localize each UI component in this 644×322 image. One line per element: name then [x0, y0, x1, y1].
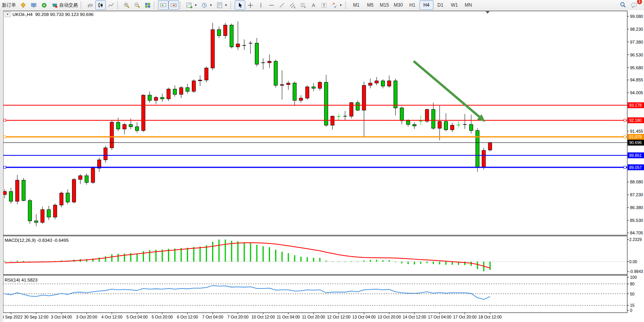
zoom-out-button[interactable]: [132, 0, 142, 10]
vertical-line-tool-button[interactable]: [256, 0, 266, 10]
svg-text:86.380: 86.380: [630, 205, 643, 210]
chart-title-row: ▼ UKOil-,H4 90.208 90.733 90.123 90.696: [5, 12, 93, 17]
new-chart-icon: [186, 2, 193, 9]
toolbar-grip: [117, 2, 121, 9]
timeframe-m1[interactable]: M1: [349, 0, 363, 10]
svg-text:E: E: [294, 6, 295, 9]
timeframe-m15[interactable]: M15: [377, 0, 391, 10]
chart-shift-button[interactable]: [168, 0, 179, 10]
svg-text:3 Oct 04:00: 3 Oct 04:00: [51, 315, 72, 319]
line-chart-mode-button[interactable]: [106, 0, 116, 10]
svg-text:88.080: 88.080: [630, 179, 643, 184]
svg-text:89.057: 89.057: [629, 165, 642, 170]
svg-text:91.455: 91.455: [630, 129, 643, 134]
arrows-icon: [331, 2, 338, 9]
timeframe-h4[interactable]: H4: [419, 0, 433, 10]
toolbar-grip: [345, 2, 349, 9]
svg-text:30 Sep 12:00: 30 Sep 12:00: [24, 315, 49, 319]
svg-text:98.230: 98.230: [630, 27, 643, 32]
arrows-tool-button[interactable]: ▼: [329, 0, 344, 10]
svg-text:95.680: 95.680: [630, 65, 643, 70]
timeframe-h1[interactable]: H1: [405, 0, 419, 10]
svg-text:A: A: [312, 2, 315, 8]
tile-windows-button[interactable]: [142, 0, 153, 10]
svg-text:18 Oct 12:00: 18 Oct 12:00: [478, 315, 502, 319]
dropdown-arrow-icon: ▼: [225, 4, 228, 7]
new-chart-button[interactable]: ▼: [184, 0, 199, 10]
tile-windows-icon: [144, 2, 151, 9]
auto-trading-button[interactable]: 自动交易: [49, 0, 80, 10]
svg-text:90.696: 90.696: [629, 140, 642, 145]
text-label-tool-button[interactable]: T: [319, 0, 329, 10]
svg-text:50: 50: [630, 292, 635, 296]
dropdown-arrow-icon: ▼: [209, 4, 212, 7]
auto-scroll-button[interactable]: [158, 0, 168, 10]
search-button[interactable]: [618, 0, 628, 10]
svg-text:29 Sep 2022: 29 Sep 2022: [0, 315, 23, 319]
zoom-out-icon: [134, 2, 140, 9]
timeframe-m30[interactable]: M30: [391, 0, 405, 10]
channel-tool-button[interactable]: E: [287, 0, 298, 10]
svg-text:5 Oct 04:00: 5 Oct 04:00: [126, 315, 147, 319]
toolbar-grip: [154, 2, 157, 9]
candle-chart-mode-button[interactable]: [95, 0, 106, 10]
svg-text:80: 80: [630, 282, 635, 286]
timeframe-mn[interactable]: MN: [462, 0, 476, 10]
svg-text:17 Oct 04:00: 17 Oct 04:00: [428, 315, 451, 319]
svg-text:87.230: 87.230: [630, 192, 643, 197]
period-button[interactable]: ▼: [199, 0, 214, 10]
svg-text:2.2329: 2.2329: [629, 237, 642, 242]
notifications-button[interactable]: 1: [628, 0, 640, 10]
svg-text:0.00: 0.00: [629, 259, 637, 264]
svg-text:F: F: [304, 6, 306, 9]
svg-text:93.178: 93.178: [629, 103, 642, 107]
templates-button[interactable]: ▼: [214, 0, 230, 10]
svg-text:6 Oct 12:00: 6 Oct 12:00: [177, 315, 198, 319]
terminal-icon: [30, 2, 37, 9]
text-label-icon: T: [321, 2, 327, 9]
toolbar-grip: [180, 2, 183, 9]
timeframe-d1[interactable]: D1: [433, 0, 447, 10]
text-tool-button[interactable]: A: [308, 0, 319, 10]
svg-text:3 Oct 20:00: 3 Oct 20:00: [76, 315, 97, 319]
bar-chart-mode-button[interactable]: [85, 0, 95, 10]
svg-text:7 Oct 20:00: 7 Oct 20:00: [227, 315, 248, 319]
svg-text:12 Oct 12:00: 12 Oct 12:00: [327, 315, 351, 319]
trendline-tool-button[interactable]: [277, 0, 287, 10]
svg-text:13 Oct 20:00: 13 Oct 20:00: [377, 315, 401, 319]
dropdown-arrow-icon: ▼: [194, 4, 197, 7]
svg-text:89.851: 89.851: [629, 153, 642, 158]
trendline-icon: [279, 2, 285, 9]
horizontal-line-icon: [268, 2, 275, 9]
crosshair-tool-button[interactable]: [245, 0, 256, 10]
svg-text:0: 0: [630, 308, 632, 313]
chart-shift-icon: [170, 2, 177, 9]
clock-icon: [201, 2, 208, 9]
cursor-tool-button[interactable]: [235, 0, 245, 10]
svg-text:11 Oct 04:00: 11 Oct 04:00: [277, 315, 300, 319]
svg-text:5 Oct 20:00: 5 Oct 20:00: [152, 315, 173, 319]
window-edge-grip[interactable]: [0, 10, 3, 322]
chart-canvas[interactable]: 99.08098.23097.38096.53095.68094.85594.0…: [0, 10, 644, 322]
svg-text:94.855: 94.855: [630, 77, 643, 82]
new-order-button[interactable]: 新订单: [0, 0, 18, 10]
equidistant-channel-icon: E: [289, 2, 296, 9]
signals-button[interactable]: [39, 0, 49, 10]
one-click-trading-caret-icon[interactable]: ▼: [5, 12, 11, 17]
bar-chart-icon: [87, 2, 93, 9]
timeframe-w1[interactable]: W1: [447, 0, 462, 10]
virtual-hosting-button[interactable]: [28, 0, 39, 10]
timeframe-m5[interactable]: M5: [363, 0, 377, 10]
new-order-label: 新订单: [2, 2, 16, 9]
template-icon: [216, 2, 223, 9]
main-toolbar: 新订单 自动交易 ▼ ▼ ▼ E F A T: [0, 0, 644, 11]
text-icon: A: [310, 2, 317, 9]
zoom-in-button[interactable]: [121, 0, 132, 10]
history-center-button[interactable]: [18, 0, 28, 10]
fibonacci-tool-button[interactable]: F: [298, 0, 308, 10]
horizontal-line-tool-button[interactable]: [266, 0, 277, 10]
svg-text:-0.9843: -0.9843: [629, 269, 643, 274]
svg-text:10 Oct 12:00: 10 Oct 12:00: [251, 315, 275, 319]
macd-indicator-label: MACD(12,26,9) -0.8343 -0.6495: [5, 238, 68, 243]
svg-text:100: 100: [630, 275, 637, 280]
